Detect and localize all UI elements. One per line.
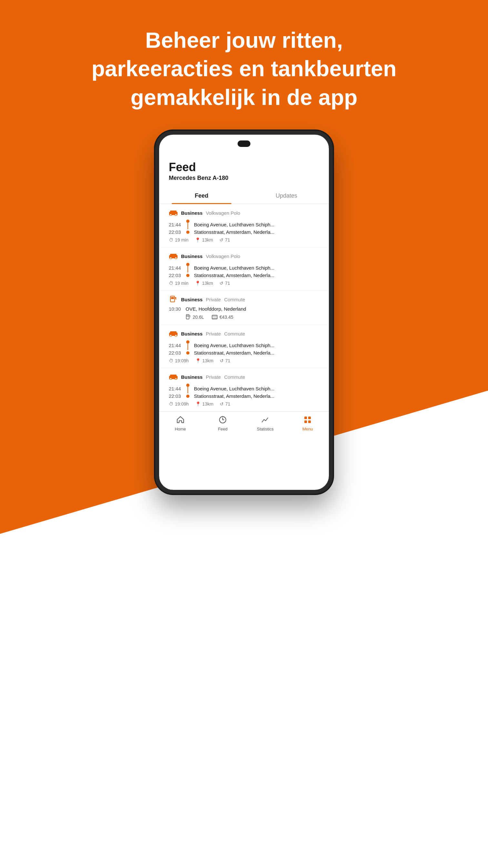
duration-meta-5: ⏱ 19:09h [169, 401, 189, 407]
to-row-2: 22:03 Stationsstraat, Amsterdam, Nederla… [169, 273, 319, 278]
header-tagline: Beheer jouw ritten, parkeeracties en tan… [59, 26, 429, 112]
app-title: Feed [169, 160, 319, 174]
from-time-5: 21:44 [169, 386, 182, 392]
svg-rect-24 [170, 375, 176, 377]
feed-item-5-header: Business Private Commute [169, 373, 319, 380]
score-icon-5: ↺ [220, 401, 224, 407]
clock-icon-2: ⏱ [169, 281, 173, 286]
distance-value-2: 13km [202, 281, 213, 286]
score-value-2: 71 [225, 281, 230, 286]
nav-feed[interactable]: Feed [202, 415, 244, 431]
distance-meta-1: 📍 13km [195, 237, 213, 243]
svg-rect-30 [308, 416, 311, 419]
statistics-icon [261, 415, 269, 425]
nav-menu-label: Menu [302, 427, 313, 431]
feed-item-3-fuel[interactable]: Business Private Commute 10:30 OVE, Hoof… [159, 290, 329, 325]
car-icon-2 [169, 252, 178, 259]
duration-meta-4: ⏱ 19:09h [169, 358, 189, 363]
svg-rect-15 [190, 315, 190, 317]
app-subtitle: Mercedes Benz A-180 [169, 175, 319, 182]
car-icon-5 [169, 373, 178, 380]
phone-screen: Feed Mercedes Benz A-180 Feed Updates [159, 135, 329, 490]
clock-icon-4: ⏱ [169, 358, 173, 363]
from-row-1: 21:44 Boeing Avenue, Luchthaven Schiph..… [169, 220, 319, 229]
trip-route-2: 21:44 Boeing Avenue, Luchthaven Schiph..… [169, 263, 319, 278]
feed-item-1-header: Business Volkwagen Polo [169, 209, 319, 216]
svg-point-2 [170, 214, 172, 216]
feed-item-1[interactable]: Business Volkwagen Polo 21:44 Boeing Ave… [159, 204, 329, 247]
trip-meta-5: ⏱ 19:09h 📍 13km ↺ 71 [169, 401, 319, 407]
fuel-liters-value-3: 20.6L [193, 314, 204, 320]
header-line2: parkeeracties en tankbeurten [92, 56, 397, 81]
to-row-5: 22:03 Stationsstraat, Amsterdam, Nederla… [169, 393, 319, 399]
tag-private-5: Private [206, 374, 221, 380]
car-icon-4 [169, 330, 178, 337]
tag-business-5: Business [181, 374, 203, 380]
app-header: Feed Mercedes Benz A-180 [159, 154, 329, 185]
tag-vehicle-1: Volkwagen Polo [206, 210, 240, 216]
feed-item-2[interactable]: Business Volkwagen Polo 21:44 Boeing Ave… [159, 247, 329, 290]
header-line1: Beheer jouw ritten, [145, 28, 343, 52]
to-time-2: 22:03 [169, 273, 182, 278]
nav-statistics[interactable]: Statistics [244, 415, 287, 431]
score-value-4: 71 [225, 358, 230, 363]
to-addr-2: Stationsstraat, Amsterdam, Nederla... [194, 273, 274, 278]
from-addr-4: Boeing Avenue, Luchthaven Schiph... [194, 343, 274, 348]
from-row-2: 21:44 Boeing Avenue, Luchthaven Schiph..… [169, 263, 319, 273]
trip-meta-2: ⏱ 19 min 📍 13km ↺ 71 [169, 281, 319, 286]
nav-home[interactable]: Home [159, 415, 202, 431]
from-addr-1: Boeing Avenue, Luchthaven Schiph... [194, 222, 274, 227]
score-meta-2: ↺ 71 [220, 281, 230, 286]
distance-meta-5: 📍 13km [195, 401, 213, 407]
trip-meta-4: ⏱ 19:09h 📍 13km ↺ 71 [169, 358, 319, 363]
duration-value-1: 19 min [175, 237, 189, 243]
trip-route-1: 21:44 Boeing Avenue, Luchthaven Schiph..… [169, 220, 319, 235]
from-time-2: 21:44 [169, 265, 182, 271]
svg-rect-32 [308, 421, 311, 423]
nav-home-label: Home [174, 427, 186, 431]
feed-item-5[interactable]: Business Private Commute 21:44 Boeing Av… [159, 368, 329, 411]
to-time-1: 22:03 [169, 229, 182, 235]
feed-item-4-header: Business Private Commute [169, 330, 319, 337]
from-addr-5: Boeing Avenue, Luchthaven Schiph... [194, 386, 274, 392]
tag-commute-3: Commute [224, 297, 245, 302]
from-time-1: 21:44 [169, 222, 182, 227]
score-meta-5: ↺ 71 [220, 401, 230, 407]
to-addr-5: Stationsstraat, Amsterdam, Nederla... [194, 393, 274, 399]
fuel-cost-3: €43.45 [212, 314, 233, 320]
score-icon-2: ↺ [220, 281, 223, 286]
svg-rect-5 [170, 254, 176, 256]
score-value-1: 71 [225, 237, 230, 243]
svg-rect-31 [304, 421, 307, 423]
svg-point-25 [170, 378, 172, 380]
trip-route-5: 21:44 Boeing Avenue, Luchthaven Schiph..… [169, 383, 319, 399]
svg-rect-16 [212, 315, 217, 319]
pin-icon-1: 📍 [195, 237, 200, 243]
svg-point-3 [175, 214, 177, 216]
svg-point-26 [175, 378, 177, 380]
fuel-icon-3 [169, 296, 178, 303]
tab-bar: Feed Updates [159, 188, 329, 204]
tag-commute-4: Commute [224, 331, 245, 337]
nav-feed-label: Feed [218, 427, 228, 431]
duration-meta-2: ⏱ 19 min [169, 281, 189, 286]
clock-icon-1: ⏱ [169, 237, 173, 243]
score-meta-1: ↺ 71 [220, 237, 230, 243]
svg-point-21 [170, 335, 172, 337]
tab-updates[interactable]: Updates [244, 188, 329, 204]
to-addr-4: Stationsstraat, Amsterdam, Nederla... [194, 350, 274, 355]
svg-rect-13 [187, 315, 189, 317]
to-row-1: 22:03 Stationsstraat, Amsterdam, Nederla… [169, 229, 319, 235]
distance-value-1: 13km [202, 237, 213, 243]
nav-menu[interactable]: Menu [287, 415, 329, 431]
pin-icon-5: 📍 [195, 401, 201, 407]
nav-statistics-label: Statistics [257, 427, 274, 431]
tag-vehicle-2: Volkwagen Polo [206, 253, 240, 259]
tab-feed[interactable]: Feed [159, 188, 244, 204]
clock-icon-5: ⏱ [169, 401, 173, 407]
distance-value-5: 13km [202, 401, 213, 407]
svg-rect-11 [175, 297, 176, 300]
feed-item-4[interactable]: Business Private Commute 21:44 Boeing Av… [159, 325, 329, 368]
feed-item-3-header: Business Private Commute [169, 296, 319, 303]
fuel-meta-3: 20.6L €43.45 [186, 314, 319, 320]
